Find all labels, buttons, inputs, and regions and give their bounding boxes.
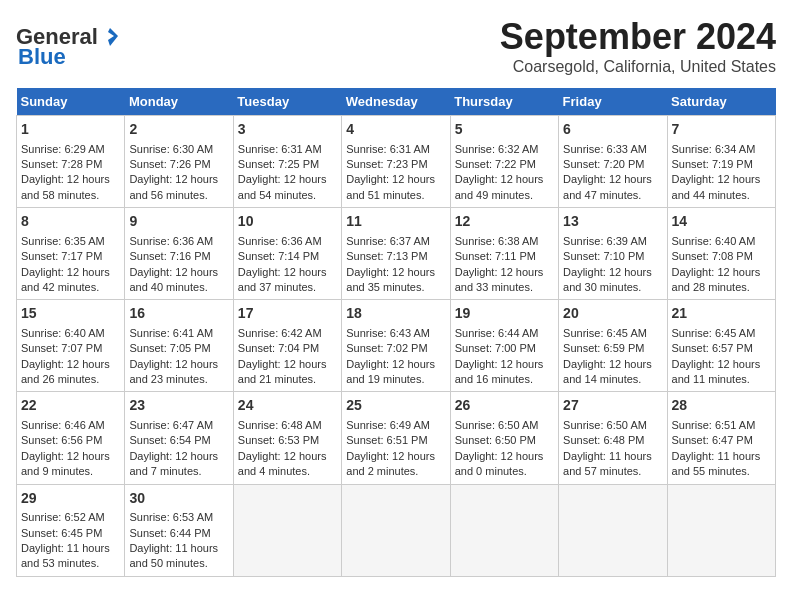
calendar-cell: 6Sunrise: 6:33 AMSunset: 7:20 PMDaylight… (559, 116, 667, 208)
day-info-line: Sunset: 7:11 PM (455, 249, 554, 264)
day-info-line: and 35 minutes. (346, 280, 445, 295)
day-info-line: Sunrise: 6:53 AM (129, 510, 228, 525)
day-info-line: Sunset: 7:25 PM (238, 157, 337, 172)
day-info-line: Sunrise: 6:34 AM (672, 142, 771, 157)
calendar-cell: 5Sunrise: 6:32 AMSunset: 7:22 PMDaylight… (450, 116, 558, 208)
day-info-line: Sunset: 7:16 PM (129, 249, 228, 264)
day-info-line: Daylight: 11 hours (672, 449, 771, 464)
calendar-cell: 26Sunrise: 6:50 AMSunset: 6:50 PMDayligh… (450, 392, 558, 484)
day-info-line: Daylight: 12 hours (672, 265, 771, 280)
day-info-line: and 23 minutes. (129, 372, 228, 387)
calendar-cell (450, 484, 558, 576)
day-header-friday: Friday (559, 88, 667, 116)
day-number: 12 (455, 212, 554, 232)
day-info-line: and 40 minutes. (129, 280, 228, 295)
day-info-line: Sunrise: 6:35 AM (21, 234, 120, 249)
day-info-line: and 33 minutes. (455, 280, 554, 295)
day-info-line: Daylight: 12 hours (672, 172, 771, 187)
day-info-line: Sunrise: 6:32 AM (455, 142, 554, 157)
day-number: 6 (563, 120, 662, 140)
day-number: 30 (129, 489, 228, 509)
day-info-line: Sunrise: 6:50 AM (563, 418, 662, 433)
week-row-2: 8Sunrise: 6:35 AMSunset: 7:17 PMDaylight… (17, 208, 776, 300)
day-info-line: Daylight: 12 hours (238, 449, 337, 464)
calendar-cell: 16Sunrise: 6:41 AMSunset: 7:05 PMDayligh… (125, 300, 233, 392)
calendar-table: SundayMondayTuesdayWednesdayThursdayFrid… (16, 88, 776, 577)
logo: General Blue (16, 16, 120, 70)
day-header-tuesday: Tuesday (233, 88, 341, 116)
day-number: 14 (672, 212, 771, 232)
calendar-cell: 17Sunrise: 6:42 AMSunset: 7:04 PMDayligh… (233, 300, 341, 392)
day-info-line: and 0 minutes. (455, 464, 554, 479)
day-info-line: and 14 minutes. (563, 372, 662, 387)
day-info-line: and 50 minutes. (129, 556, 228, 571)
day-info-line: Daylight: 12 hours (455, 449, 554, 464)
day-info-line: and 54 minutes. (238, 188, 337, 203)
calendar-cell: 30Sunrise: 6:53 AMSunset: 6:44 PMDayligh… (125, 484, 233, 576)
day-number: 3 (238, 120, 337, 140)
day-info-line: Sunrise: 6:40 AM (672, 234, 771, 249)
day-number: 10 (238, 212, 337, 232)
day-info-line: and 28 minutes. (672, 280, 771, 295)
day-header-monday: Monday (125, 88, 233, 116)
day-info-line: Sunset: 6:57 PM (672, 341, 771, 356)
day-info-line: Daylight: 12 hours (21, 265, 120, 280)
day-info-line: Sunset: 7:04 PM (238, 341, 337, 356)
day-info-line: Sunset: 7:00 PM (455, 341, 554, 356)
calendar-cell: 21Sunrise: 6:45 AMSunset: 6:57 PMDayligh… (667, 300, 775, 392)
calendar-cell (667, 484, 775, 576)
day-info-line: and 58 minutes. (21, 188, 120, 203)
day-info-line: and 44 minutes. (672, 188, 771, 203)
day-info-line: and 37 minutes. (238, 280, 337, 295)
day-number: 15 (21, 304, 120, 324)
day-info-line: Sunset: 7:20 PM (563, 157, 662, 172)
calendar-cell: 20Sunrise: 6:45 AMSunset: 6:59 PMDayligh… (559, 300, 667, 392)
day-number: 18 (346, 304, 445, 324)
day-number: 16 (129, 304, 228, 324)
day-number: 29 (21, 489, 120, 509)
calendar-cell: 19Sunrise: 6:44 AMSunset: 7:00 PMDayligh… (450, 300, 558, 392)
day-info-line: Sunset: 6:45 PM (21, 526, 120, 541)
day-number: 2 (129, 120, 228, 140)
calendar-cell: 23Sunrise: 6:47 AMSunset: 6:54 PMDayligh… (125, 392, 233, 484)
day-info-line: Daylight: 12 hours (129, 265, 228, 280)
day-info-line: Sunrise: 6:36 AM (238, 234, 337, 249)
day-info-line: Sunset: 6:47 PM (672, 433, 771, 448)
day-number: 11 (346, 212, 445, 232)
day-info-line: Sunset: 7:23 PM (346, 157, 445, 172)
calendar-cell: 13Sunrise: 6:39 AMSunset: 7:10 PMDayligh… (559, 208, 667, 300)
day-info-line: and 26 minutes. (21, 372, 120, 387)
day-info-line: Sunrise: 6:51 AM (672, 418, 771, 433)
day-info-line: Sunrise: 6:38 AM (455, 234, 554, 249)
day-info-line: and 56 minutes. (129, 188, 228, 203)
day-number: 4 (346, 120, 445, 140)
day-info-line: Daylight: 12 hours (346, 265, 445, 280)
day-info-line: and 9 minutes. (21, 464, 120, 479)
day-info-line: Daylight: 12 hours (21, 172, 120, 187)
day-info-line: Daylight: 12 hours (129, 172, 228, 187)
day-info-line: Sunset: 6:51 PM (346, 433, 445, 448)
day-info-line: Sunset: 7:07 PM (21, 341, 120, 356)
calendar-cell: 28Sunrise: 6:51 AMSunset: 6:47 PMDayligh… (667, 392, 775, 484)
day-info-line: Daylight: 12 hours (238, 172, 337, 187)
week-row-3: 15Sunrise: 6:40 AMSunset: 7:07 PMDayligh… (17, 300, 776, 392)
day-number: 21 (672, 304, 771, 324)
day-info-line: Sunrise: 6:45 AM (563, 326, 662, 341)
day-info-line: Daylight: 12 hours (455, 172, 554, 187)
page-title: September 2024 (16, 16, 776, 58)
day-info-line: and 19 minutes. (346, 372, 445, 387)
day-header-saturday: Saturday (667, 88, 775, 116)
day-info-line: Sunset: 7:17 PM (21, 249, 120, 264)
day-info-line: and 51 minutes. (346, 188, 445, 203)
day-info-line: Sunset: 7:22 PM (455, 157, 554, 172)
day-header-wednesday: Wednesday (342, 88, 450, 116)
day-info-line: and 55 minutes. (672, 464, 771, 479)
calendar-cell: 29Sunrise: 6:52 AMSunset: 6:45 PMDayligh… (17, 484, 125, 576)
day-number: 27 (563, 396, 662, 416)
calendar-cell: 24Sunrise: 6:48 AMSunset: 6:53 PMDayligh… (233, 392, 341, 484)
day-info-line: Sunset: 6:53 PM (238, 433, 337, 448)
day-info-line: and 57 minutes. (563, 464, 662, 479)
day-info-line: Sunrise: 6:31 AM (238, 142, 337, 157)
day-info-line: Sunset: 7:13 PM (346, 249, 445, 264)
day-info-line: Sunrise: 6:47 AM (129, 418, 228, 433)
